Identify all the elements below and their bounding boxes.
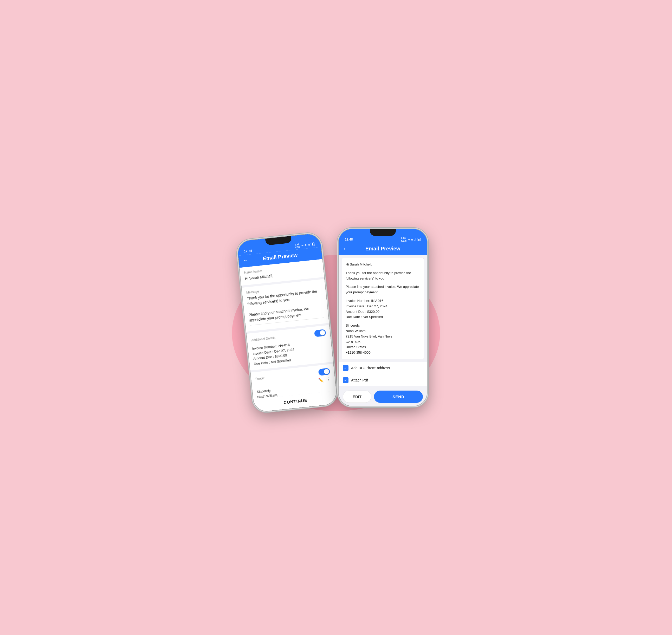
additional-details-toggle[interactable]	[314, 329, 326, 337]
status-time-left: 12:48	[244, 249, 252, 253]
signal-icon-left: 0.37KB/S	[295, 243, 301, 248]
status-icons-left: 0.37KB/S ≋ ⊕ .il ▮	[295, 241, 315, 248]
section-message: Message Thank you for the opportunity to…	[242, 279, 329, 332]
email-due-date: Due Date : Not Specified	[346, 314, 420, 320]
footer-toggle[interactable]	[318, 368, 330, 376]
more-icon[interactable]: ⋮	[326, 377, 331, 382]
bottom-actions-right: EDIT SEND	[339, 388, 427, 406]
right-phone: 12:48 0.23KB/S ≋ ⊕ .il ▮ ← Email Preview…	[339, 229, 427, 406]
email-footer-name: Noah William,	[346, 328, 420, 334]
label-additional-details: Additional Details	[251, 336, 276, 342]
checkbox-pdf-icon[interactable]: ✓	[343, 377, 348, 383]
label-footer: Footer	[255, 376, 264, 381]
email-preview-box: Hi Sarah Mitchell, Thank you for the opp…	[342, 258, 424, 359]
edit-button[interactable]: EDIT	[343, 391, 371, 403]
email-footer-address1: 7215 Van Nuys Blvd, Van Nuys	[346, 334, 420, 340]
email-paragraph2: Please find your attached invoice. We ap…	[346, 284, 420, 295]
battery-icon-right: ▮	[417, 238, 421, 241]
signal-icon-right: 0.23KB/S	[401, 237, 407, 242]
wifi-icon-right: ≋	[408, 238, 410, 241]
status-time-right: 12:48	[345, 238, 353, 241]
checkbox-pdf-label: Attach Pdf	[351, 378, 368, 382]
email-greeting: Hi Sarah Mitchell,	[346, 262, 420, 267]
email-footer-phone: +1210-358-4000	[346, 350, 420, 355]
scene: 12:48 0.37KB/S ≋ ⊕ .il ▮ ← Email Preview…	[245, 229, 427, 406]
email-invoice-date: Invoice Date : Dec 27, 2024	[346, 304, 420, 309]
bars-icon-right: .il	[414, 238, 416, 241]
screen-right: 12:48 0.23KB/S ≋ ⊕ .il ▮ ← Email Preview…	[339, 229, 427, 406]
checkbox-pdf-row[interactable]: ✓ Attach Pdf	[339, 374, 427, 386]
wifi-icon-left: ≋	[301, 244, 303, 247]
email-amount-due: Amount Due : $320.00	[346, 309, 420, 315]
checkbox-bcc-icon[interactable]: ✓	[343, 365, 348, 371]
email-paragraph1: Thank you for the opportunity to provide…	[346, 270, 420, 281]
back-button-left[interactable]: ←	[243, 257, 248, 264]
back-button-right[interactable]: ←	[343, 246, 348, 252]
page-title-right: Email Preview	[351, 246, 414, 252]
email-footer-country: United States	[346, 345, 420, 350]
battery-icon-left: ▮	[310, 242, 315, 246]
data-icon-left: ⊕	[304, 243, 307, 246]
data-icon-right: ⊕	[411, 238, 413, 241]
bars-icon-left: .il	[307, 243, 310, 246]
left-phone: 12:48 0.37KB/S ≋ ⊕ .il ▮ ← Email Preview…	[237, 233, 337, 412]
email-invoice-number: Invoice Number: INV-016	[346, 298, 420, 304]
email-footer-address2: CA 91405	[346, 340, 420, 345]
edit-icon[interactable]: ✏️	[318, 377, 324, 383]
notch-right	[370, 229, 396, 236]
header-bar-right: ← Email Preview	[339, 243, 427, 255]
screen-left: 12:48 0.37KB/S ≋ ⊕ .il ▮ ← Email Preview…	[237, 233, 337, 412]
status-icons-right: 0.23KB/S ≋ ⊕ .il ▮	[401, 237, 421, 242]
email-footer-greeting: Sincerely,	[346, 323, 420, 328]
checkbox-bcc-label: Add BCC 'from' address	[351, 366, 390, 370]
send-button[interactable]: SEND	[374, 391, 423, 403]
value-additional-details: Invoice Number: INV-016 Invoice Date : D…	[252, 338, 329, 366]
checkbox-bcc-row[interactable]: ✓ Add BCC 'from' address	[339, 362, 427, 374]
content-right: Hi Sarah Mitchell, Thank you for the opp…	[339, 255, 427, 388]
value-message: Thank you for the opportunity to provide…	[247, 288, 324, 323]
content-left: Name format Hi Sarah Mitchell, Message T…	[240, 259, 336, 399]
section-additional-details: Additional Details Invoice Number: INV-0…	[246, 325, 333, 371]
